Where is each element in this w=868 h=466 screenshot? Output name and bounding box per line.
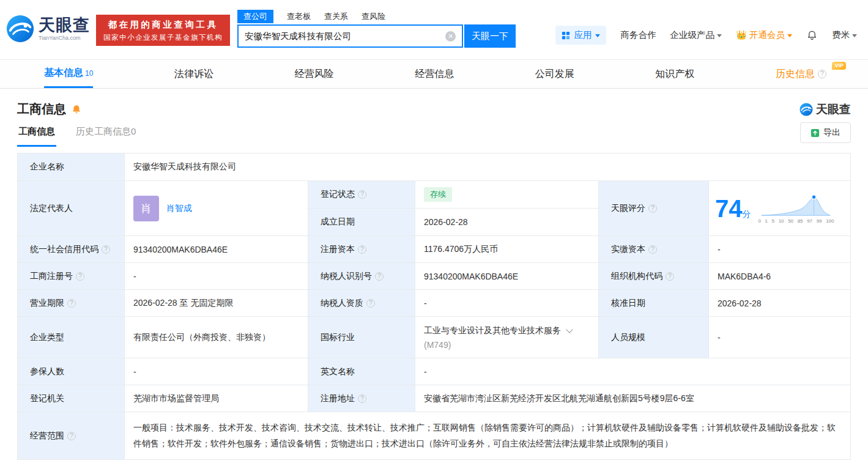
chevron-down-icon[interactable] xyxy=(566,326,573,333)
score-curve-chart xyxy=(759,193,834,218)
tab-operating-risk[interactable]: 经营风险 xyxy=(295,60,334,88)
registered-address-value: 安徽省芜湖市湾沚区新芜经济开发区北航芜湖通航创新园5号楼9层6-6室 xyxy=(415,385,851,412)
search-tab-boss[interactable]: 查老板 xyxy=(287,11,311,22)
english-name-value: - xyxy=(415,358,851,385)
chevron-down-icon xyxy=(852,34,857,40)
search-tab-company[interactable]: 查公司 xyxy=(237,10,273,23)
label-registration-status: 登记状态 xyxy=(308,181,415,209)
help-icon[interactable] xyxy=(358,394,366,403)
label-english-name: 英文名称 xyxy=(308,358,415,385)
help-icon[interactable] xyxy=(818,70,826,78)
label-registered-capital: 注册资本 xyxy=(308,236,415,263)
tab-intellectual-property[interactable]: 知识产权 xyxy=(655,60,694,88)
industry-code: (M749) xyxy=(424,340,590,350)
table-row: 经营范围 一般项目：技术服务、技术开发、技术咨询、技术交流、技术转让、技术推广；… xyxy=(18,412,851,460)
search-box xyxy=(237,24,463,48)
tab-label: 历史信息 xyxy=(776,68,815,81)
nav-enterprise-products[interactable]: 企业级产品 xyxy=(670,29,722,41)
help-icon[interactable] xyxy=(648,245,657,254)
search-tabs: 查公司 查老板 查关系 查风险 xyxy=(237,10,516,23)
monitor-bell-icon[interactable] xyxy=(71,104,82,115)
taxpayer-id-value: 91340200MAK6DBA46E xyxy=(415,263,599,290)
logo-text-block: 天眼查 TianYanCha.com xyxy=(39,17,90,40)
label-business-scope: 经营范围 xyxy=(18,412,125,460)
company-nav-tabs: 基本信息10 法律诉讼 经营风险 经营信息 公司发展 知识产权 历史信息 VIP xyxy=(0,59,868,89)
export-button[interactable]: 导出 xyxy=(800,122,851,143)
label-paid-in-capital: 实缴资本 xyxy=(599,236,709,263)
label-national-industry: 国标行业 xyxy=(308,317,415,358)
label-business-term: 营业期限 xyxy=(18,290,125,317)
score-chart: 0151050859799100 xyxy=(759,193,834,224)
nav-user-label: 费米 xyxy=(832,29,850,41)
help-icon[interactable] xyxy=(666,272,674,281)
legal-representative-link[interactable]: 肖智成 xyxy=(166,203,192,214)
subtab-business-info[interactable]: 工商信息 xyxy=(17,121,56,147)
tab-history-info[interactable]: 历史信息 VIP xyxy=(776,60,830,88)
search-button[interactable]: 天眼一下 xyxy=(464,24,516,48)
tab-company-development[interactable]: 公司发展 xyxy=(535,60,574,88)
export-icon xyxy=(811,128,820,138)
tianyancha-watermark: 天眼查 xyxy=(799,102,851,117)
tab-basic-info[interactable]: 基本信息10 xyxy=(44,60,93,88)
avatar[interactable]: 肖 xyxy=(133,196,159,221)
vip-badge: VIP xyxy=(832,62,846,70)
label-registration-authority: 登记机关 xyxy=(18,385,125,412)
establish-date-value: 2026-02-28 xyxy=(415,209,599,236)
help-icon[interactable] xyxy=(67,299,76,308)
table-row: 企业类型 有限责任公司（外商投资、非独资） 国标行业 工业与专业设计及其他专业技… xyxy=(18,317,851,358)
industry-text: 工业与专业设计及其他专业技术服务 xyxy=(424,325,561,336)
label-establish-date: 成立日期 xyxy=(308,209,415,236)
score-axis-labels: 0151050859799100 xyxy=(759,218,834,224)
help-icon[interactable] xyxy=(375,272,384,281)
tab-operating-info[interactable]: 经营信息 xyxy=(415,60,454,88)
nav-enterprise-label: 企业级产品 xyxy=(670,29,714,41)
top-nav: 应用 商务合作 企业级产品 👑 开通会员 费 xyxy=(555,26,859,45)
apps-grid-icon xyxy=(562,31,570,40)
search-input[interactable] xyxy=(245,31,445,41)
legal-representative-value: 肖 肖智成 xyxy=(125,181,308,236)
clear-search-icon[interactable] xyxy=(445,31,456,42)
nav-user[interactable]: 费米 xyxy=(832,29,857,41)
tab-label: 基本信息 xyxy=(44,67,83,80)
tianyancha-logo[interactable]: 天眼查 TianYanCha.com xyxy=(6,15,90,43)
table-row: 企业名称 安徽华智天成科技有限公司 xyxy=(18,153,851,181)
business-term-value: 2026-02-28 至 无固定期限 xyxy=(125,290,308,317)
chevron-down-icon xyxy=(595,34,600,40)
nav-open-vip[interactable]: 👑 开通会员 xyxy=(736,29,792,41)
tianyan-score-value: 74分 0151050859799100 xyxy=(709,181,851,236)
help-icon[interactable] xyxy=(358,245,366,254)
search-tab-risk[interactable]: 查风险 xyxy=(362,11,385,22)
subtab-history-business-info[interactable]: 历史工商信息0 xyxy=(75,121,137,147)
label-tianyan-score: 天眼评分 xyxy=(599,181,709,236)
notification-bell-icon[interactable] xyxy=(806,29,818,41)
nav-business-cooperation[interactable]: 商务合作 xyxy=(620,29,656,41)
help-icon[interactable] xyxy=(358,190,366,199)
label-insured-count: 参保人数 xyxy=(18,358,125,385)
tianyancha-logo-icon xyxy=(6,15,34,43)
taxpayer-qualification-value: - xyxy=(415,290,599,317)
label-registered-address: 注册地址 xyxy=(308,385,415,412)
help-icon[interactable] xyxy=(67,432,76,440)
label-registration-number: 工商注册号 xyxy=(18,263,125,290)
registered-capital-value: 1176.4706万人民币 xyxy=(415,236,599,263)
search-tab-relation[interactable]: 查关系 xyxy=(324,11,348,22)
slogan-line1: 都在用的商业查询工具 xyxy=(103,19,223,31)
company-name-value: 安徽华智天成科技有限公司 xyxy=(125,153,851,181)
score-number: 74分 xyxy=(715,196,751,221)
search-row: 天眼一下 xyxy=(237,24,516,48)
help-icon[interactable] xyxy=(76,272,84,281)
nav-cooperation-label: 商务合作 xyxy=(620,29,656,41)
tianyancha-logo-icon xyxy=(799,103,813,116)
org-code-value: MAK6DBA4-6 xyxy=(709,263,851,290)
help-icon[interactable] xyxy=(102,245,110,254)
approval-date-value: 2026-02-28 xyxy=(709,290,851,317)
help-icon[interactable] xyxy=(366,299,375,308)
search-area: 查公司 查老板 查关系 查风险 天眼一下 xyxy=(237,10,516,48)
tab-legal-proceedings[interactable]: 法律诉讼 xyxy=(174,60,213,88)
label-taxpayer-qualification: 纳税人资质 xyxy=(308,290,415,317)
watermark-text: 天眼查 xyxy=(816,102,851,117)
slogan-banner: 都在用的商业查询工具 国家中小企业发展子基金旗下机构 xyxy=(96,15,230,46)
nav-apps[interactable]: 应用 xyxy=(555,26,606,45)
help-icon[interactable] xyxy=(648,204,657,213)
label-taxpayer-id: 纳税人识别号 xyxy=(308,263,415,290)
